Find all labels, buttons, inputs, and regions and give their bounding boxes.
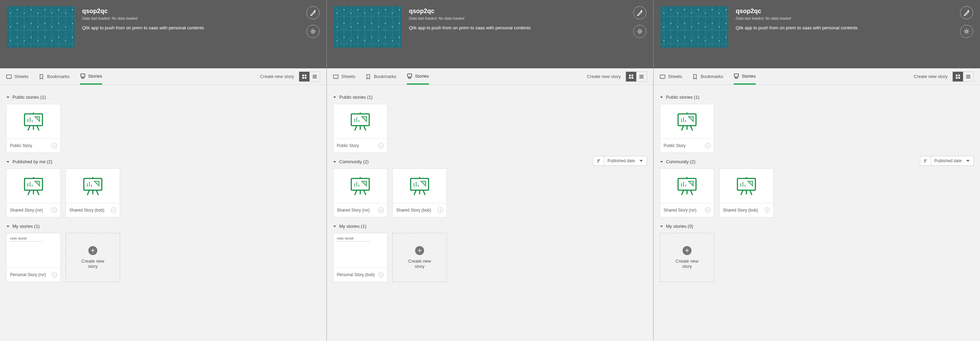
story-card[interactable]: Public Story i (333, 104, 388, 153)
info-icon[interactable]: i (438, 207, 443, 213)
section-header[interactable]: Public stories (1) (333, 94, 647, 100)
app-subtitle: Data last loaded: No data loaded (736, 16, 973, 21)
story-card[interactable]: Shared Story (rvr) i (333, 169, 388, 217)
story-title: Personal Story (rvr) (10, 272, 49, 277)
app-header: qsop2qc Data last loaded: No data loaded… (0, 0, 326, 69)
app-description: Qlik app to push from on prem to saas wi… (736, 25, 973, 30)
story-thumbnail: Hello World! (6, 233, 60, 268)
info-icon[interactable]: i (764, 207, 770, 213)
story-thumbnail (660, 169, 714, 203)
story-title: Personal Story (bob) (337, 272, 376, 277)
grid-view-button[interactable] (953, 72, 963, 81)
tab-label: Bookmarks (47, 74, 69, 79)
plus-icon: + (88, 246, 97, 255)
story-title: Shared Story (rvr) (10, 208, 49, 213)
tab-bar: Sheets Bookmarks Stories Create new stor… (327, 69, 653, 85)
settings-button[interactable] (960, 25, 973, 38)
create-story-card[interactable]: + Create new story (65, 233, 120, 282)
list-view-button[interactable] (310, 72, 320, 81)
tab-sheets[interactable]: Sheets (660, 69, 682, 84)
story-card[interactable]: Public Story i (6, 104, 61, 153)
tab-label: Stories (415, 73, 429, 79)
edit-button[interactable] (306, 6, 320, 19)
tab-stories[interactable]: Stories (407, 69, 429, 84)
grid-view-button[interactable] (299, 72, 310, 81)
plus-icon: + (682, 246, 692, 255)
story-card[interactable]: Hello World! Personal Story (rvr) i (6, 233, 61, 282)
settings-button[interactable] (633, 25, 646, 38)
story-card[interactable]: Public Story i (660, 104, 714, 153)
create-story-card[interactable]: + Create new story (660, 233, 714, 282)
section-header[interactable]: My stories (1) (6, 224, 320, 229)
info-icon[interactable]: i (378, 143, 384, 148)
info-icon[interactable]: i (51, 272, 57, 277)
app-thumbnail[interactable] (660, 6, 728, 48)
story-card[interactable]: Shared Story (rvr) i (6, 169, 61, 217)
list-view-button[interactable] (963, 72, 974, 81)
story-title: Shared Story (rvr) (663, 208, 703, 213)
section-header[interactable]: Public stories (1) (6, 94, 320, 100)
story-card[interactable]: Shared Story (rvr) i (660, 169, 714, 217)
create-story-card[interactable]: + Create new story (392, 233, 447, 282)
story-title: Shared Story (bob) (723, 208, 762, 213)
info-icon[interactable]: i (705, 207, 711, 213)
story-title: Public Story (337, 143, 376, 148)
app-title: qsop2qc (409, 8, 646, 15)
tab-label: Stories (742, 73, 756, 79)
tab-bookmarks[interactable]: Bookmarks (692, 69, 723, 84)
story-thumbnail: Hello World! (333, 233, 387, 268)
story-title: Shared Story (bob) (396, 208, 436, 213)
edit-button[interactable] (960, 6, 973, 19)
tab-sheets[interactable]: Sheets (6, 69, 28, 84)
app-thumbnail[interactable] (334, 6, 401, 48)
tab-label: Sheets (668, 74, 682, 79)
info-icon[interactable]: i (705, 143, 711, 148)
section-header[interactable]: Community (2) (660, 159, 920, 164)
sort-direction-button[interactable] (920, 156, 931, 166)
app-subtitle: Data last loaded: No data loaded (82, 16, 320, 21)
sort-direction-button[interactable] (593, 156, 604, 166)
info-icon[interactable]: i (111, 207, 116, 213)
app-description: Qlik app to push from on prem to saas wi… (82, 25, 320, 30)
story-card[interactable]: Shared Story (bob) i (392, 169, 447, 217)
story-title: Public Story (663, 143, 703, 148)
create-story-link[interactable]: Create new story (914, 74, 948, 79)
story-card[interactable]: Shared Story (bob) i (65, 169, 120, 217)
list-view-button[interactable] (636, 72, 647, 81)
story-card[interactable]: Hello World! Personal Story (bob) i (333, 233, 388, 282)
grid-view-button[interactable] (626, 72, 636, 81)
info-icon[interactable]: i (378, 207, 384, 213)
story-thumbnail (66, 169, 120, 203)
app-thumbnail[interactable] (7, 6, 75, 48)
info-icon[interactable]: i (378, 272, 384, 277)
section-header[interactable]: Community (2) (333, 159, 593, 164)
tab-label: Bookmarks (374, 74, 396, 79)
section-header[interactable]: My stories (1) (333, 224, 647, 229)
app-title: qsop2qc (736, 8, 973, 15)
sort-select[interactable]: Published date (604, 156, 647, 166)
info-icon[interactable]: i (51, 207, 57, 213)
section-header[interactable]: My stories (0) (660, 224, 974, 229)
tab-bookmarks[interactable]: Bookmarks (366, 69, 396, 84)
app-subtitle: Data last loaded: No data loaded (409, 16, 646, 21)
sort-select[interactable]: Published date (931, 156, 974, 166)
create-story-label: Create new story (671, 258, 703, 269)
create-story-link[interactable]: Create new story (260, 74, 294, 79)
section-header[interactable]: Public stories (1) (660, 94, 974, 100)
create-story-link[interactable]: Create new story (587, 74, 621, 79)
story-content: Public stories (1) Public Story i Commun… (327, 85, 653, 341)
tab-stories[interactable]: Stories (733, 69, 756, 84)
create-story-label: Create new story (404, 258, 435, 269)
app-description: Qlik app to push from on prem to saas wi… (409, 25, 646, 30)
story-title: Public Story (10, 143, 49, 148)
section-header[interactable]: Published by me (2) (6, 159, 320, 164)
tab-bookmarks[interactable]: Bookmarks (39, 69, 69, 84)
story-thumbnail (333, 169, 387, 203)
story-card[interactable]: Shared Story (bob) i (719, 169, 774, 217)
tab-label: Sheets (341, 74, 355, 79)
tab-stories[interactable]: Stories (80, 69, 102, 84)
info-icon[interactable]: i (51, 143, 57, 148)
settings-button[interactable] (306, 25, 320, 38)
tab-sheets[interactable]: Sheets (333, 69, 355, 84)
edit-button[interactable] (633, 6, 646, 19)
